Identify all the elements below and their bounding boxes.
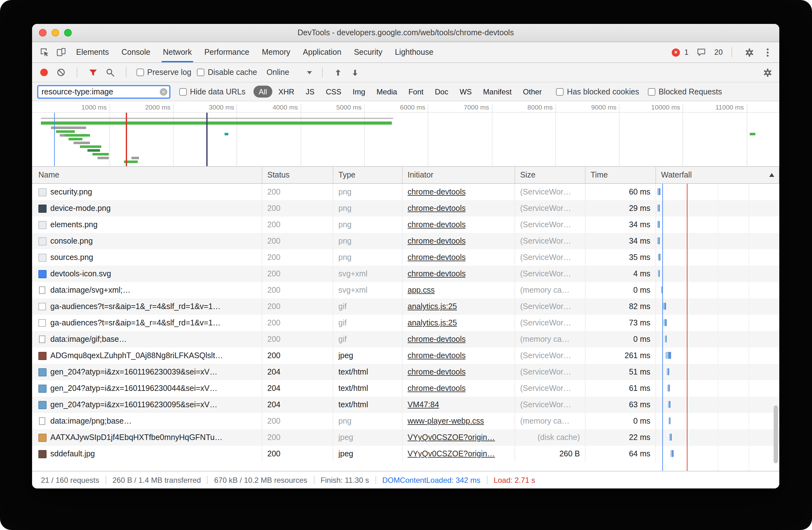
filter-pill-other[interactable]: Other (518, 86, 547, 98)
table-row[interactable]: gen_204?atyp=i&zx=1601196230044&sei=xV…2… (32, 380, 779, 396)
initiator-link[interactable]: chrome-devtools (408, 220, 466, 229)
table-row[interactable]: gen_204?atyp=i&zx=1601196230095&sei=xV…2… (32, 396, 779, 413)
initiator-link[interactable]: VYyQv0CSZOE?origin… (408, 449, 495, 458)
disable-cache-checkbox[interactable]: Disable cache (197, 68, 257, 77)
filter-pill-ws[interactable]: WS (454, 86, 477, 98)
import-har-icon[interactable] (333, 67, 344, 78)
column-header-status[interactable]: Status (262, 167, 333, 183)
table-row[interactable]: sddefault.jpg200jpegVYyQv0CSZOE?origin…2… (32, 446, 779, 462)
filter-pill-xhr[interactable]: XHR (273, 86, 300, 98)
console-messages-icon[interactable] (693, 48, 710, 57)
time-value: 0 ms (633, 417, 650, 426)
initiator-link[interactable]: chrome-devtools (408, 204, 466, 213)
search-icon[interactable] (104, 67, 116, 78)
inspect-element-icon[interactable] (36, 42, 53, 62)
table-row[interactable]: ADGmqu8qexLZuhphT_0Aj88Ng8riLFKASQlslt…2… (32, 347, 779, 364)
column-header-initiator[interactable]: Initiator (403, 167, 515, 183)
filter-pill-img[interactable]: Img (348, 86, 370, 98)
scrollbar-thumb[interactable] (774, 405, 778, 463)
filter-pill-doc[interactable]: Doc (430, 86, 453, 98)
has-blocked-cookies-checkbox[interactable]: Has blocked cookies (556, 87, 639, 96)
cell-size: 260 B (515, 446, 585, 462)
initiator-link[interactable]: chrome-devtools (408, 335, 466, 344)
cell-status: 204 (262, 396, 333, 413)
initiator-link[interactable]: chrome-devtools (408, 187, 466, 196)
network-settings-gear-icon[interactable] (762, 67, 773, 78)
filter-pill-font[interactable]: Font (404, 86, 429, 98)
blocked-requests-checkbox-box[interactable] (648, 88, 655, 95)
initiator-link[interactable]: app.css (408, 286, 435, 295)
hide-data-urls-checkbox[interactable]: Hide data URLs (179, 87, 246, 96)
record-network-log-icon[interactable] (38, 67, 50, 78)
cell-waterfall (656, 217, 779, 233)
preserve-log-checkbox-box[interactable] (136, 69, 144, 76)
table-row[interactable]: sources.png200pngchrome-devtools(Service… (32, 249, 779, 266)
time-value: 63 ms (629, 400, 650, 409)
preserve-log-checkbox[interactable]: Preserve log (136, 68, 191, 77)
table-row[interactable]: data:image/png;base…200pngwww-player-web… (32, 413, 779, 429)
tab-console[interactable]: Console (115, 42, 157, 62)
tab-application[interactable]: Application (296, 42, 348, 62)
table-row[interactable]: data:image/svg+xml;…200svg+xmlapp.css(me… (32, 282, 779, 298)
filter-funnel-icon[interactable] (87, 67, 99, 78)
table-row[interactable]: AATXAJywSIpD1jf4EbqHXTfbe0mnyHqGFNTu…200… (32, 429, 779, 446)
zoom-button[interactable] (64, 29, 72, 37)
filter-input[interactable] (42, 87, 158, 96)
network-overview-timeline[interactable]: 1000 ms2000 ms3000 ms4000 ms5000 ms6000 … (32, 101, 779, 167)
initiator-link[interactable]: chrome-devtools (408, 351, 466, 360)
tab-elements[interactable]: Elements (70, 42, 115, 62)
initiator-link[interactable]: chrome-devtools (408, 269, 466, 278)
table-row[interactable]: console.png200pngchrome-devtools(Service… (32, 233, 779, 249)
has-blocked-cookies-checkbox-box[interactable] (556, 88, 564, 95)
tab-network[interactable]: Network (157, 42, 198, 62)
clear-filter-icon[interactable]: × (160, 88, 167, 95)
initiator-link[interactable]: VM47:84 (408, 400, 439, 409)
throttling-dropdown[interactable]: Online (266, 68, 311, 77)
filter-pill-all[interactable]: All (254, 86, 272, 98)
tab-memory[interactable]: Memory (256, 42, 296, 62)
export-har-icon[interactable] (350, 67, 361, 78)
column-header-time[interactable]: Time (585, 167, 656, 183)
filter-pill-js[interactable]: JS (301, 86, 320, 98)
cell-type: text/html (333, 364, 403, 380)
table-row[interactable]: elements.png200pngchrome-devtools(Servic… (32, 217, 779, 233)
clear-network-log-icon[interactable] (55, 67, 67, 78)
initiator-link[interactable]: chrome-devtools (408, 253, 466, 262)
initiator-link[interactable]: analytics.js:25 (408, 319, 457, 327)
initiator-link[interactable]: VYyQv0CSZOE?origin… (408, 433, 495, 442)
device-toolbar-icon[interactable] (53, 42, 70, 62)
resource-type: png (338, 187, 352, 196)
table-row[interactable]: security.png200pngchrome-devtools(Servic… (32, 184, 779, 200)
tab-security[interactable]: Security (348, 42, 388, 62)
tab-performance[interactable]: Performance (198, 42, 256, 62)
initiator-link[interactable]: chrome-devtools (408, 384, 466, 393)
error-badge-icon[interactable]: × (672, 48, 680, 56)
table-row[interactable]: devtools-icon.svg200svg+xmlchrome-devtoo… (32, 266, 779, 282)
more-options-icon[interactable] (767, 51, 769, 53)
initiator-link[interactable]: chrome-devtools (408, 237, 466, 246)
settings-gear-icon[interactable] (741, 47, 758, 57)
initiator-link[interactable]: www-player-webp.css (408, 417, 484, 426)
table-row[interactable]: gen_204?atyp=i&zx=1601196230039&sei=xV…2… (32, 364, 779, 380)
initiator-link[interactable]: chrome-devtools (408, 367, 466, 376)
overview-activity-bar (41, 118, 393, 119)
table-row[interactable]: ga-audiences?t=sr&aip=1&_r=4&slf_rd=1&v=… (32, 298, 779, 315)
close-button[interactable] (39, 29, 46, 37)
blocked-requests-checkbox[interactable]: Blocked Requests (648, 87, 722, 96)
table-row[interactable]: device-mode.png200pngchrome-devtools(Ser… (32, 200, 779, 217)
minimize-button[interactable] (52, 29, 59, 37)
filter-pill-css[interactable]: CSS (321, 86, 346, 98)
column-header-name[interactable]: Name (32, 167, 262, 183)
column-header-waterfall[interactable]: Waterfall (656, 167, 779, 183)
disable-cache-checkbox-box[interactable] (197, 69, 204, 76)
filter-pill-media[interactable]: Media (372, 86, 402, 98)
table-row[interactable]: data:image/gif;base…200gifchrome-devtool… (32, 331, 779, 347)
filter-pill-manifest[interactable]: Manifest (478, 86, 517, 98)
column-header-type[interactable]: Type (333, 167, 403, 183)
table-row[interactable]: ga-audiences?t=sr&aip=1&_r=4&slf_rd=1&v=… (32, 315, 779, 331)
hide-data-urls-checkbox-box[interactable] (179, 88, 187, 95)
cell-name: gen_204?atyp=i&zx=1601196230095&sei=xV… (32, 396, 262, 413)
initiator-link[interactable]: analytics.js:25 (408, 302, 457, 311)
column-header-size[interactable]: Size (515, 167, 585, 183)
tab-lighthouse[interactable]: Lighthouse (389, 42, 440, 62)
